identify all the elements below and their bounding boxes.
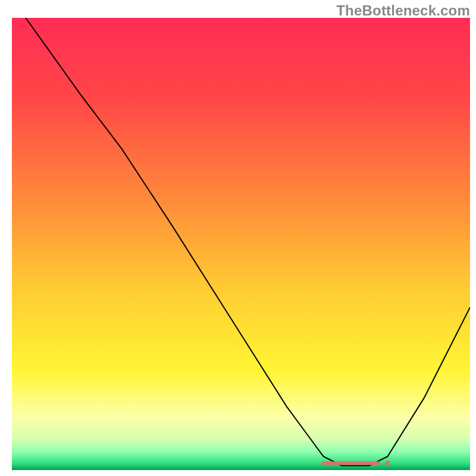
watermark-text: TheBottleneck.com [336, 2, 470, 19]
bottleneck-chart [12, 18, 470, 470]
gradient-background [12, 18, 470, 470]
minimum-marker-dot [385, 461, 390, 466]
chart-container: TheBottleneck.com [0, 0, 476, 476]
